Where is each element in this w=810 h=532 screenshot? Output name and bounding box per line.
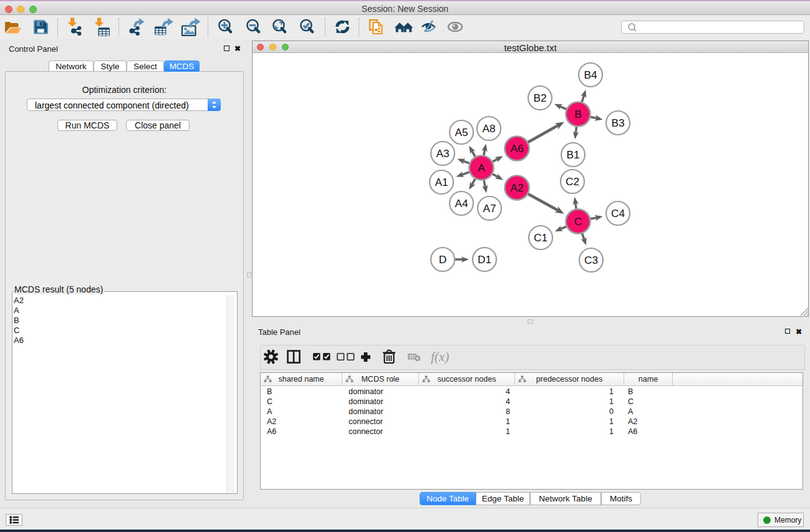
svg-text:C1: C1 xyxy=(534,231,547,244)
svg-text:D: D xyxy=(439,253,446,266)
svg-text:A7: A7 xyxy=(483,202,496,215)
svg-text:B3: B3 xyxy=(611,117,624,129)
svg-text:B1: B1 xyxy=(566,148,579,161)
svg-text:D1: D1 xyxy=(478,253,491,266)
svg-text:A1: A1 xyxy=(435,176,448,188)
svg-text:A: A xyxy=(478,162,485,174)
svg-text:B2: B2 xyxy=(533,92,546,104)
svg-text:A6: A6 xyxy=(510,142,523,155)
svg-text:C: C xyxy=(574,215,582,228)
svg-text:A2: A2 xyxy=(510,181,523,194)
svg-text:A5: A5 xyxy=(455,126,468,138)
svg-text:C3: C3 xyxy=(584,254,598,266)
svg-text:f(x): f(x) xyxy=(431,349,449,364)
svg-text:C4: C4 xyxy=(611,207,625,220)
svg-text:B4: B4 xyxy=(584,69,597,81)
svg-text:A3: A3 xyxy=(436,147,449,160)
svg-text:C2: C2 xyxy=(566,175,579,188)
svg-text:A4: A4 xyxy=(455,197,468,210)
svg-text:A8: A8 xyxy=(482,122,495,135)
svg-text:B: B xyxy=(574,108,582,120)
